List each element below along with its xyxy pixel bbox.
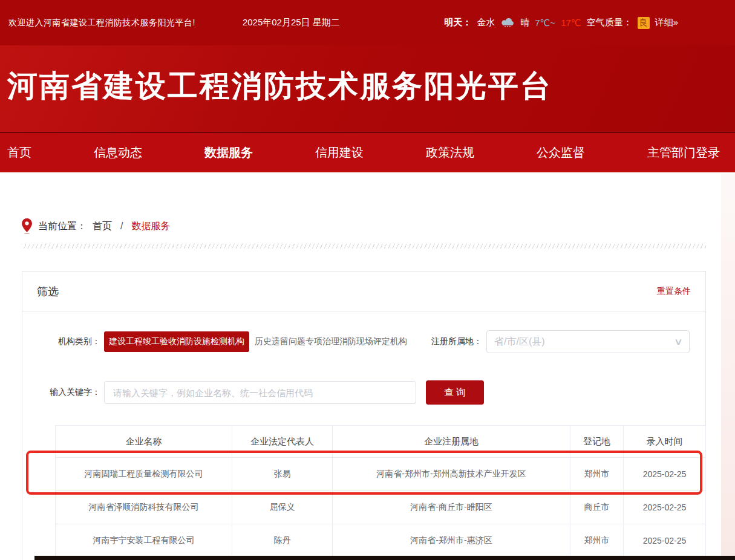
- reset-filters-link[interactable]: 重置条件: [657, 286, 691, 297]
- filter-panel: 筛选 重置条件 机构类别： 建设工程竣工验收消防设施检测机构 历史遗留问题专项治…: [22, 271, 706, 560]
- filter-form: 机构类别： 建设工程竣工验收消防设施检测机构 历史遗留问题专项治理消防现场评定机…: [22, 311, 705, 558]
- weather-cloud-icon: [500, 17, 515, 29]
- table-row[interactable]: 河南固瑞工程质量检测有限公司 张易 河南省-郑州市-郑州高新技术产业开发区 郑州…: [56, 458, 706, 491]
- nav-item-admin-login[interactable]: 主管部门登录: [647, 145, 720, 161]
- cell-legal-rep: 张易: [232, 458, 333, 491]
- temp-high: 17℃: [561, 18, 581, 28]
- slash-divider: [22, 244, 706, 249]
- table-row[interactable]: 河南省泽顺消防科技有限公司 屈保义 河南省-商丘市-睢阳区 商丘市 2025-0…: [56, 491, 706, 524]
- category-row: 机构类别： 建设工程竣工验收消防设施检测机构 历史遗留问题专项治理消防现场评定机…: [39, 330, 690, 353]
- nav-item-supervision[interactable]: 公众监督: [537, 145, 585, 161]
- weather-tomorrow-label: 明天：: [444, 17, 471, 28]
- aqi-badge: 良: [638, 17, 650, 29]
- location-pin-icon: [22, 218, 32, 234]
- breadcrumb-label: 当前位置：: [38, 220, 87, 233]
- cell-company: 河南省泽顺消防科技有限公司: [56, 491, 232, 524]
- cell-registered-address: 河南省-商丘市-睢阳区: [333, 491, 570, 524]
- breadcrumb-separator: /: [120, 221, 123, 232]
- nav-item-policy[interactable]: 政策法规: [426, 145, 474, 161]
- cell-registration-place: 商丘市: [570, 491, 624, 524]
- filter-title: 筛选: [37, 284, 59, 299]
- weather-city: 金水: [477, 17, 495, 28]
- nav-item-data-service[interactable]: 数据服务: [204, 145, 253, 161]
- col-header-legal-rep: 企业法定代表人: [232, 426, 333, 458]
- results-table: 企业名称 企业法定代表人 企业注册属地 登记地 录入时间 河南固瑞工程质量检测有…: [55, 425, 706, 558]
- keyword-label: 输入关键字：: [39, 387, 100, 398]
- nav-item-news[interactable]: 信息动态: [94, 145, 142, 161]
- col-header-entry-time: 录入时间: [624, 426, 706, 458]
- table-header-row: 企业名称 企业法定代表人 企业注册属地 登记地 录入时间: [56, 426, 706, 458]
- breadcrumb: 当前位置： 首页 / 数据服务: [22, 218, 706, 234]
- temp-low: 7℃~: [535, 18, 555, 28]
- aqi-label: 空气质量：: [587, 17, 632, 28]
- chevron-down-icon: ∨: [674, 336, 683, 347]
- search-button[interactable]: 查 询: [426, 380, 484, 405]
- breadcrumb-home-link[interactable]: 首页: [93, 220, 112, 233]
- nav-item-home[interactable]: 首页: [7, 145, 31, 161]
- category-option-selected[interactable]: 建设工程竣工验收消防设施检测机构: [104, 331, 249, 352]
- cell-legal-rep: 陈丹: [232, 524, 333, 558]
- page-content: 当前位置： 首页 / 数据服务 筛选 重置条件 机构类别： 建设工程竣工验收消防…: [0, 218, 735, 560]
- cell-entry-time: 2025-02-25: [624, 458, 706, 491]
- table-row[interactable]: 河南宇宁安装工程有限公司 陈丹 河南省-郑州市-惠济区 郑州市 2025-02-…: [56, 524, 706, 558]
- cell-company: 河南固瑞工程质量检测有限公司: [56, 458, 232, 491]
- cell-company: 河南宇宁安装工程有限公司: [56, 524, 232, 558]
- site-banner: 河南省建设工程消防技术服务阳光平台: [0, 45, 735, 132]
- region-group: 注册所属地： 省/市/区(县) ∨: [431, 330, 690, 353]
- site-title: 河南省建设工程消防技术服务阳光平台: [0, 45, 735, 106]
- date-text: 2025年02月25日 星期二: [243, 17, 340, 28]
- cell-entry-time: 2025-02-25: [624, 524, 706, 558]
- breadcrumb-current: 数据服务: [131, 220, 170, 233]
- region-select[interactable]: 省/市/区(县) ∨: [486, 330, 690, 353]
- weather-condition: 晴: [520, 17, 529, 28]
- filter-panel-header: 筛选 重置条件: [22, 272, 705, 311]
- region-label: 注册所属地：: [431, 336, 482, 347]
- weather-detail-link[interactable]: 详细»: [655, 17, 678, 28]
- main-nav: 首页 信息动态 数据服务 信用建设 政策法规 公众监督 主管部门登录: [0, 132, 735, 172]
- keyword-input[interactable]: [104, 381, 416, 404]
- cell-entry-time: 2025-02-25: [624, 491, 706, 524]
- weather-widget: 明天： 金水 晴 7℃~ 17℃ 空气质量： 良 详细»: [444, 17, 678, 29]
- cell-registered-address: 河南省-郑州市-惠济区: [333, 524, 570, 558]
- footer-bar-top-edge: [34, 556, 735, 560]
- top-utility-bar: 欢迎进入河南省建设工程消防技术服务阳光平台! 2025年02月25日 星期二 明…: [0, 0, 735, 45]
- category-label: 机构类别：: [39, 336, 100, 347]
- col-header-company: 企业名称: [56, 426, 232, 458]
- cell-registration-place: 郑州市: [570, 524, 624, 558]
- region-select-placeholder: 省/市/区(县): [494, 336, 675, 348]
- category-option-other[interactable]: 历史遗留问题专项治理消防现场评定机构: [255, 336, 407, 347]
- keyword-row: 输入关键字： 查 询: [39, 380, 690, 405]
- nav-item-credit[interactable]: 信用建设: [315, 145, 364, 161]
- cell-registration-place: 郑州市: [570, 458, 624, 491]
- cell-registered-address: 河南省-郑州市-郑州高新技术产业开发区: [333, 458, 570, 491]
- col-header-registered-address: 企业注册属地: [333, 426, 570, 458]
- col-header-registration-place: 登记地: [570, 426, 624, 458]
- welcome-text: 欢迎进入河南省建设工程消防技术服务阳光平台!: [8, 18, 195, 28]
- cell-legal-rep: 屈保义: [232, 491, 333, 524]
